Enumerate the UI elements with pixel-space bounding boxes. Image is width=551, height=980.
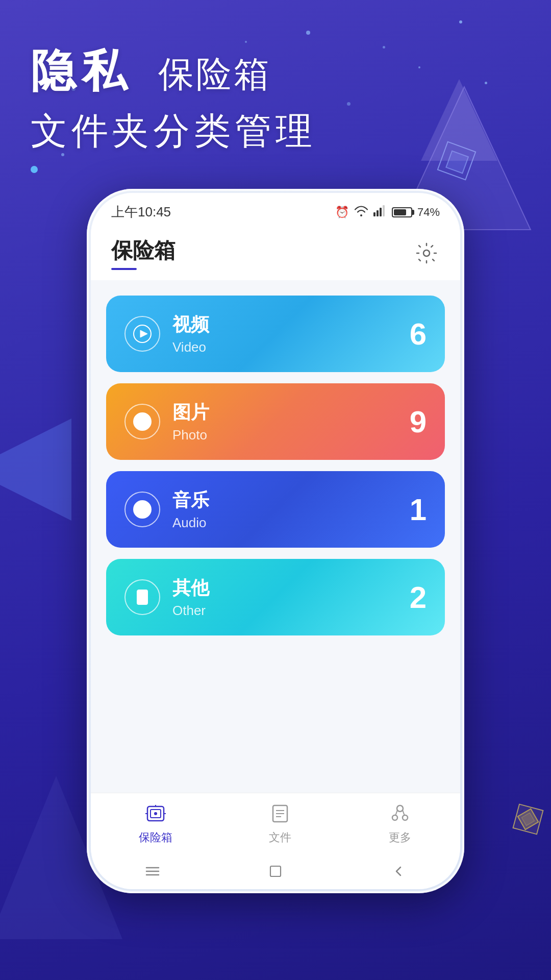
headline-line1: 隐私 保险箱: [31, 41, 316, 102]
svg-marker-1: [421, 79, 497, 161]
files-nav-label: 文件: [269, 830, 291, 845]
phone-screen: 上午10:45 ⏰: [91, 193, 460, 889]
svg-marker-12: [140, 330, 147, 337]
photo-count: 9: [410, 404, 427, 439]
triangle-filled-right: [418, 77, 500, 163]
svg-point-33: [392, 815, 397, 820]
system-nav: [91, 855, 460, 889]
nav-item-files[interactable]: 文件: [268, 801, 292, 845]
photo-name-zh: 图片: [172, 400, 209, 425]
menu-button[interactable]: [142, 864, 163, 879]
app-title-wrapper: 保险箱: [111, 236, 176, 270]
svg-line-35: [395, 810, 397, 816]
svg-rect-9: [383, 205, 385, 216]
safe-nav-label: 保险箱: [139, 830, 172, 845]
triangle-left: [0, 419, 71, 521]
cube-decoration-right: [512, 803, 543, 835]
phone-mockup: 上午10:45 ⏰: [87, 189, 464, 893]
audio-icon: [124, 492, 160, 527]
status-time: 上午10:45: [111, 203, 171, 221]
svg-point-10: [423, 250, 430, 256]
card-left-audio: 音乐 Audio: [124, 488, 209, 531]
svg-point-25: [154, 812, 157, 815]
header-section: 隐私 保险箱 文件夹分类管理: [31, 41, 316, 156]
more-nav-label: 更多: [389, 830, 411, 845]
photo-labels: 图片 Photo: [172, 400, 209, 443]
video-name-zh: 视频: [172, 312, 209, 337]
headline-line2: 文件夹分类管理: [31, 107, 316, 156]
audio-count: 1: [410, 492, 427, 527]
svg-marker-5: [520, 811, 536, 827]
app-header: 保险箱: [91, 226, 460, 280]
other-icon: [124, 579, 160, 615]
safe-nav-icon: [143, 801, 168, 826]
video-category-card[interactable]: 视频 Video 6: [106, 296, 445, 372]
svg-point-32: [397, 805, 403, 812]
svg-point-17: [141, 508, 144, 511]
svg-marker-2: [0, 419, 71, 521]
other-name-zh: 其他: [172, 576, 209, 601]
other-count: 2: [410, 580, 427, 615]
photo-name-en: Photo: [172, 427, 209, 443]
svg-point-14: [138, 418, 141, 421]
card-left-photo: 图片 Photo: [124, 400, 209, 443]
signal-icon: [373, 205, 387, 219]
svg-marker-4: [515, 806, 541, 832]
more-nav-icon: [388, 801, 412, 826]
card-left-other: 其他 Other: [124, 576, 209, 619]
video-name-en: Video: [172, 339, 209, 355]
video-icon: [124, 316, 160, 352]
cube-decoration-top: [437, 141, 477, 181]
back-button[interactable]: [388, 864, 409, 879]
nav-item-safe[interactable]: 保险箱: [139, 801, 172, 845]
alarm-icon: ⏰: [335, 206, 349, 219]
files-nav-icon: [268, 801, 292, 826]
nav-item-more[interactable]: 更多: [388, 801, 412, 845]
content-area: 视频 Video 6 图片: [91, 280, 460, 793]
photo-icon: [124, 404, 160, 439]
svg-rect-6: [373, 212, 375, 216]
svg-rect-8: [380, 208, 382, 216]
other-name-en: Other: [172, 603, 209, 619]
status-icons: ⏰: [335, 205, 440, 219]
title-underline: [111, 268, 137, 270]
audio-name-zh: 音乐: [172, 488, 209, 513]
other-category-card[interactable]: 其他 Other 2: [106, 559, 445, 635]
audio-name-en: Audio: [172, 515, 209, 531]
other-labels: 其他 Other: [172, 576, 209, 619]
status-bar: 上午10:45 ⏰: [91, 193, 460, 226]
bottom-nav: 保险箱 文件: [91, 793, 460, 855]
svg-line-36: [403, 810, 405, 816]
app-title: 保险箱: [111, 236, 176, 265]
home-button[interactable]: [265, 864, 286, 879]
audio-category-card[interactable]: 音乐 Audio 1: [106, 471, 445, 548]
svg-point-13: [134, 413, 151, 430]
photo-category-card[interactable]: 图片 Photo 9: [106, 383, 445, 460]
svg-rect-40: [270, 866, 281, 876]
video-count: 6: [410, 316, 427, 352]
wifi-icon: [354, 205, 368, 219]
dot-decoration: [31, 166, 38, 173]
card-left-video: 视频 Video: [124, 312, 209, 355]
audio-labels: 音乐 Audio: [172, 488, 209, 531]
svg-rect-7: [377, 210, 379, 216]
video-labels: 视频 Video: [172, 312, 209, 355]
settings-button[interactable]: [413, 240, 440, 266]
svg-point-34: [403, 815, 408, 820]
battery-indicator: 74%: [392, 206, 440, 219]
